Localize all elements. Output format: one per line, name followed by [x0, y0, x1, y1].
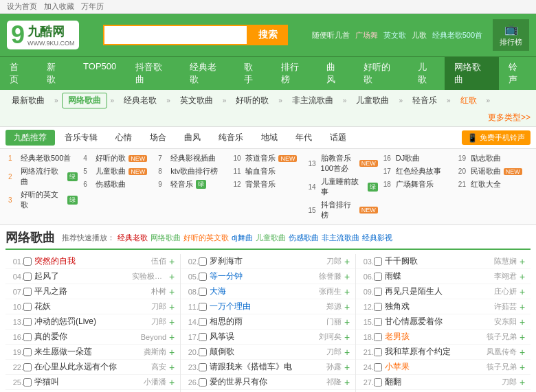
playlist-item-5[interactable]: 5 儿童歌曲 NEW [80, 165, 155, 178]
sub-tab-style[interactable]: 曲风 [176, 130, 209, 146]
song-add-btn[interactable]: + [517, 301, 528, 312]
cat-tab-classic[interactable]: 经典老歌 [118, 93, 163, 108]
nav-classic[interactable]: 经典老歌 [180, 57, 234, 90]
song-name-link[interactable]: 真的爱你 [34, 332, 67, 341]
pl-link-17[interactable]: 红色经典故事 [396, 166, 441, 176]
song-checkbox[interactable] [23, 303, 34, 311]
song-add-btn[interactable]: + [342, 271, 353, 282]
sub-tab-topic[interactable]: 话题 [322, 130, 355, 146]
quick-link-0[interactable]: 随便听几首 [312, 30, 350, 41]
pl-link-12[interactable]: 背景音乐 [245, 179, 276, 189]
pl-link-15[interactable]: 抖音排行榜 [321, 200, 357, 220]
song-name-link[interactable]: 花妖 [34, 301, 51, 311]
search-input[interactable] [103, 25, 248, 45]
nav-network[interactable]: 网络歌曲 [445, 57, 499, 90]
cat-tab-children[interactable]: 儿童歌曲 [350, 93, 395, 108]
playlist-item-12[interactable]: 12 背景音乐 [230, 178, 305, 191]
sub-tab-recommend[interactable]: 九酷推荐 [5, 130, 55, 146]
song-add-btn[interactable]: + [517, 362, 528, 373]
quick-link-1[interactable]: 广场舞 [355, 30, 378, 41]
song-checkbox[interactable] [23, 318, 34, 326]
song-name-link[interactable]: 冲动的惩罚(Live) [34, 316, 96, 326]
song-add-btn[interactable]: + [166, 301, 177, 312]
nav-home[interactable]: 首页 [0, 57, 37, 90]
pl-link-6[interactable]: 伤感歌曲 [96, 179, 126, 189]
pl-link-16[interactable]: DJ歌曲 [396, 153, 420, 163]
song-add-btn[interactable]: + [166, 347, 177, 358]
set-homepage[interactable]: 设为首页 [7, 1, 37, 12]
song-checkbox[interactable] [199, 257, 210, 266]
song-name-link[interactable]: 学猫叫 [34, 377, 59, 387]
song-name-link[interactable]: 大海 [210, 286, 226, 296]
sub-tab-mood[interactable]: 心情 [107, 130, 140, 146]
song-checkbox[interactable] [374, 303, 385, 311]
quick-link-4[interactable]: 经典老歌500首 [432, 30, 482, 41]
song-name-link[interactable]: 爱的世界只有你 [210, 377, 267, 387]
pl-link-8[interactable]: ktv歌曲排行榜 [170, 166, 218, 176]
song-add-btn[interactable]: + [166, 286, 177, 297]
cat-tab-english[interactable]: 英文歌曲 [174, 93, 219, 108]
ranking-button[interactable]: 📺 排行榜 [493, 19, 529, 51]
cat-tab-light[interactable]: 轻音乐 [406, 93, 443, 108]
pl-link-20[interactable]: 民谣歌曲 [471, 166, 501, 176]
song-add-btn[interactable]: + [517, 332, 528, 343]
quick-link-2[interactable]: 英文歌 [383, 30, 406, 41]
song-name-link[interactable]: 雨蝶 [385, 271, 401, 281]
pl-link-13[interactable]: 胎教音乐100首必 [321, 153, 357, 174]
sq-link-2[interactable]: 好听的英文歌 [183, 233, 229, 243]
song-checkbox[interactable] [199, 273, 210, 281]
song-name-link[interactable]: 我和草原有个约定 [385, 347, 451, 356]
playlist-item-7[interactable]: 7 经典影视插曲 [155, 152, 230, 165]
song-checkbox[interactable] [199, 348, 210, 356]
playlist-item-16[interactable]: 16 DJ歌曲 [381, 152, 456, 165]
pl-link-9[interactable]: 轻音乐 [170, 179, 193, 189]
playlist-item-3[interactable]: 3 好听的英文歌 绿 [5, 188, 80, 211]
more-types[interactable]: 更多类型>> [488, 112, 531, 124]
song-add-btn[interactable]: + [342, 377, 353, 388]
playlist-item-21[interactable]: 21 红歌大全 [456, 178, 531, 191]
song-name-link[interactable]: 相思的雨 [210, 316, 243, 326]
song-checkbox[interactable] [23, 363, 34, 371]
nav-ranking[interactable]: 排行榜 [271, 57, 317, 90]
playlist-item-4[interactable]: 4 好听的歌 NEW [80, 152, 155, 165]
cat-tab-network[interactable]: 网络歌曲 [62, 93, 107, 108]
song-add-btn[interactable]: + [342, 316, 353, 327]
sq-link-5[interactable]: 伤感歌曲 [289, 233, 319, 243]
pl-link-18[interactable]: 广场舞音乐 [396, 179, 434, 189]
playlist-item-10[interactable]: 10 茶道音乐 NEW [230, 152, 305, 165]
song-name-link[interactable]: 等一分钟 [210, 271, 243, 281]
song-name-link[interactable]: 翻翻 [385, 377, 401, 387]
song-add-btn[interactable]: + [517, 256, 528, 267]
pl-link-14[interactable]: 儿童睡前故事 [321, 176, 365, 197]
song-add-btn[interactable]: + [517, 286, 528, 297]
song-checkbox[interactable] [23, 273, 34, 281]
playlist-item-15[interactable]: 15 抖音排行榜 NEW [306, 198, 381, 222]
song-add-btn[interactable]: + [342, 332, 353, 343]
cat-tab-latest[interactable]: 最新歌曲 [5, 93, 51, 108]
song-add-btn[interactable]: + [517, 347, 528, 358]
playlist-item-14[interactable]: 14 儿童睡前故事 绿 [306, 175, 381, 198]
song-checkbox[interactable] [23, 333, 34, 341]
song-add-btn[interactable]: + [517, 316, 528, 327]
sq-link-6[interactable]: 非主流歌曲 [322, 233, 359, 243]
song-checkbox[interactable] [199, 333, 210, 341]
song-name-link[interactable]: 请跟我来《搭错车》电 [210, 362, 292, 371]
song-checkbox[interactable] [23, 348, 34, 356]
nav-ringtone[interactable]: 铃声 [499, 57, 536, 90]
sq-link-0[interactable]: 经典老歌 [118, 233, 148, 243]
song-checkbox[interactable] [199, 378, 210, 387]
search-button[interactable]: 搜索 [248, 25, 288, 45]
playlist-item-19[interactable]: 19 励志歌曲 [456, 152, 531, 165]
song-add-btn[interactable]: + [342, 362, 353, 373]
song-checkbox[interactable] [374, 348, 385, 356]
nav-style[interactable]: 曲风 [317, 57, 354, 90]
pl-link-10[interactable]: 茶道音乐 [245, 153, 276, 163]
playlist-item-11[interactable]: 11 输血音乐 [230, 165, 305, 178]
song-name-link[interactable]: 罗刹海市 [210, 256, 243, 266]
sq-link-7[interactable]: 经典影视 [362, 233, 392, 243]
playlist-item-6[interactable]: 6 伤感歌曲 [80, 178, 155, 191]
song-add-btn[interactable]: + [342, 347, 353, 358]
song-name-link[interactable]: 平凡之路 [34, 286, 67, 296]
free-ringtone-btn[interactable]: 📱 免费手机铃声 [462, 130, 531, 145]
playlist-item-13[interactable]: 13 胎教音乐100首必 NEW [306, 152, 381, 175]
